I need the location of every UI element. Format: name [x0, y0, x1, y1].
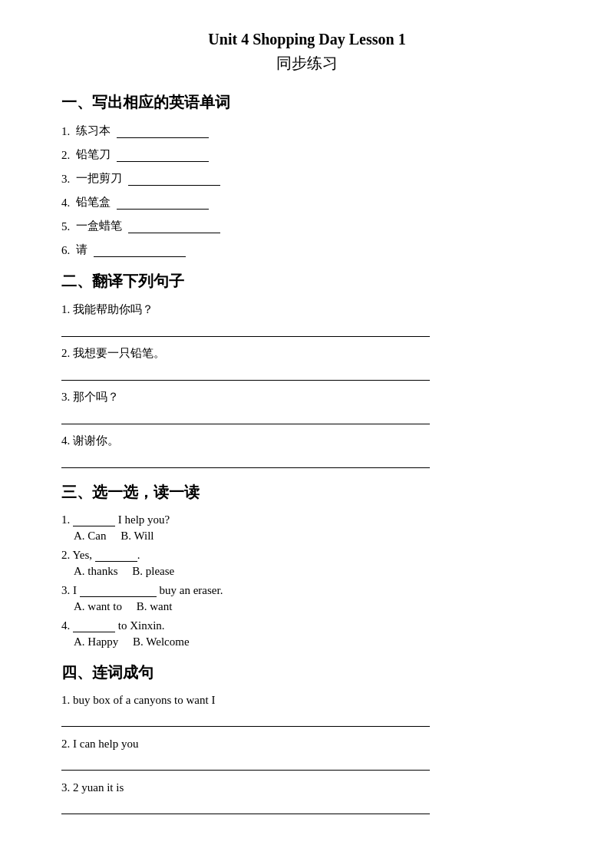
list-item: 4. 铅笔盒: [61, 195, 553, 210]
options-row: A. want to B. want: [61, 600, 553, 613]
item-num: 3.: [61, 173, 70, 186]
choice-blank: [73, 620, 115, 632]
options-row: A. thanks B. please: [61, 565, 553, 578]
list-item: 3. 2 yuan it is: [61, 781, 553, 794]
item-text: 一把剪刀: [76, 171, 122, 186]
choice-blank: [80, 585, 157, 597]
list-item: 4. to Xinxin.: [61, 619, 553, 632]
item-text: 一盒蜡笔: [76, 219, 122, 233]
item-text: 铅笔盒: [76, 195, 111, 210]
list-item: 1. I help you?: [61, 513, 553, 526]
list-item: 5. 一盒蜡笔: [61, 219, 553, 233]
page-subtitle: 同步练习: [61, 53, 553, 74]
list-item: 1. 练习本: [61, 124, 553, 138]
sentence-blank: [61, 711, 430, 727]
answer-blank: [117, 196, 209, 210]
translation-blank: [61, 453, 430, 468]
item-num: 2.: [61, 149, 70, 162]
sentence-blank: [61, 799, 430, 814]
item-text: 练习本: [76, 124, 111, 138]
page-title: Unit 4 Shopping Day Lesson 1: [61, 31, 553, 48]
section-1-heading: 一、写出相应的英语单词: [61, 92, 553, 113]
item-num: 1.: [61, 125, 70, 138]
list-item: 2. Yes, .: [61, 549, 553, 562]
list-item: 3. 一把剪刀: [61, 171, 553, 186]
section-2-heading: 二、翻译下列句子: [61, 271, 553, 292]
section-4: 四、连词成句 1. buy box of a canyons to want I…: [61, 662, 553, 814]
translation-blank: [61, 365, 430, 381]
list-item: 6. 请: [61, 243, 553, 257]
options-row: A. Happy B. Welcome: [61, 635, 553, 649]
choice-blank: [95, 550, 137, 562]
answer-blank: [117, 148, 209, 162]
list-item: 2. 我想要一只铅笔。: [61, 346, 553, 361]
section-1: 一、写出相应的英语单词 1. 练习本 2. 铅笔刀 3. 一把剪刀 4. 铅笔盒…: [61, 92, 553, 257]
list-item: 4. 谢谢你。: [61, 434, 553, 448]
section-2: 二、翻译下列句子 1. 我能帮助你吗？ 2. 我想要一只铅笔。 3. 那个吗？ …: [61, 271, 553, 468]
section-4-heading: 四、连词成句: [61, 662, 553, 683]
list-item: 2. 铅笔刀: [61, 147, 553, 162]
answer-blank: [117, 124, 209, 138]
list-item: 1. 我能帮助你吗？: [61, 302, 553, 317]
list-item: 1. buy box of a canyons to want I: [61, 694, 553, 707]
section-3-heading: 三、选一选，读一读: [61, 482, 553, 503]
answer-blank: [128, 219, 220, 233]
item-num: 4.: [61, 196, 70, 210]
sentence-blank: [61, 755, 430, 771]
item-text: 请: [76, 243, 87, 257]
translation-blank: [61, 322, 430, 337]
item-num: 5.: [61, 220, 70, 233]
answer-blank: [128, 172, 220, 186]
answer-blank: [94, 243, 186, 257]
choice-blank: [73, 514, 115, 526]
item-num: 6.: [61, 244, 70, 257]
list-item: 3. 那个吗？: [61, 390, 553, 404]
item-text: 铅笔刀: [76, 147, 111, 162]
translation-blank: [61, 409, 430, 424]
list-item: 3. I buy an eraser.: [61, 584, 553, 597]
section-3: 三、选一选，读一读 1. I help you? A. Can B. Will …: [61, 482, 553, 649]
options-row: A. Can B. Will: [61, 530, 553, 543]
list-item: 2. I can help you: [61, 738, 553, 751]
